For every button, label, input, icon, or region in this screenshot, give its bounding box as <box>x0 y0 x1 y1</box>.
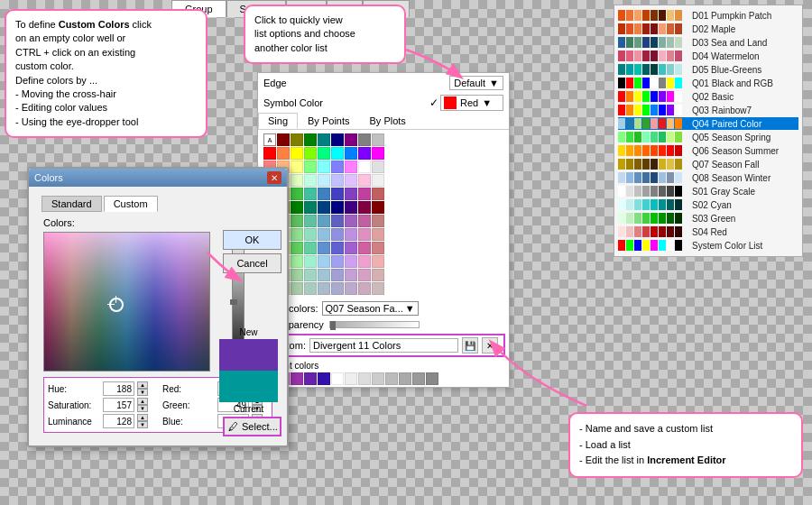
select-button[interactable]: 🖊 Select... <box>223 417 281 436</box>
swatch-cell[interactable] <box>318 255 330 268</box>
swatch-cell[interactable] <box>291 269 303 281</box>
color-list-item[interactable]: Q03 Rainbow7 <box>618 104 798 116</box>
swatch-cell[interactable] <box>318 269 330 281</box>
swatch-cell[interactable] <box>345 269 357 281</box>
swatch-cell[interactable] <box>345 188 357 200</box>
color-list-item[interactable]: D05 Blue-Greens <box>618 63 798 76</box>
custom-input[interactable] <box>309 338 458 353</box>
recent-swatch[interactable] <box>426 372 438 385</box>
swatch-cell[interactable] <box>291 215 303 227</box>
more-colors-dropdown[interactable]: Q07 Season Fa... ▼ <box>322 301 419 316</box>
lum-up[interactable]: ▲ <box>137 414 148 421</box>
swatch-cell[interactable] <box>318 174 330 187</box>
swatch-cell[interactable] <box>345 174 357 187</box>
swatch-cell[interactable] <box>318 282 330 295</box>
swatch-cell[interactable] <box>304 228 317 241</box>
swatch-cell[interactable] <box>358 255 371 268</box>
recent-swatch[interactable] <box>385 372 398 385</box>
swatch-cell[interactable] <box>318 242 330 254</box>
swatch-cell[interactable] <box>372 242 384 254</box>
swatch-cell[interactable] <box>331 147 344 160</box>
swatch-cell[interactable] <box>358 201 371 214</box>
swatch-cell[interactable] <box>291 188 303 200</box>
swatch-cell[interactable] <box>304 188 317 200</box>
ok-button[interactable]: OK <box>223 230 281 250</box>
luminance-spin[interactable]: ▲ ▼ <box>137 414 148 428</box>
recent-swatch[interactable] <box>372 372 384 385</box>
swatch-cell[interactable] <box>372 147 384 160</box>
cancel-button[interactable]: Cancel <box>223 253 281 273</box>
swatch-cell[interactable] <box>358 269 371 281</box>
swatch-cell[interactable] <box>304 269 317 281</box>
swatch-cell[interactable] <box>291 174 303 187</box>
swatch-cell[interactable] <box>277 147 290 160</box>
symbol-color-dropdown[interactable]: Red ▼ <box>440 95 503 111</box>
lum-down[interactable]: ▼ <box>137 421 148 428</box>
swatch-cell[interactable] <box>304 161 317 173</box>
color-list-item[interactable]: Q07 Season Fall <box>618 158 798 170</box>
luminance-input[interactable] <box>103 414 134 428</box>
color-list-item[interactable]: Q04 Paired Color <box>618 117 798 130</box>
popup-tab-sing[interactable]: Sing <box>258 113 298 129</box>
swatch-cell[interactable] <box>345 201 357 214</box>
swatch-cell[interactable] <box>345 282 357 295</box>
saturation-spin[interactable]: ▲ ▼ <box>137 398 148 412</box>
color-list-item[interactable]: S02 Cyan <box>618 198 798 211</box>
swatch-cell[interactable] <box>331 282 344 295</box>
color-list-item[interactable]: Q08 Season Winter <box>618 171 798 184</box>
swatch-cell[interactable] <box>372 282 384 295</box>
swatch-cell[interactable] <box>291 161 303 173</box>
swatch-cell[interactable] <box>358 242 371 254</box>
swatch-cell[interactable] <box>358 147 371 160</box>
hue-spin[interactable]: ▲ ▼ <box>137 381 148 396</box>
swatch-cell[interactable] <box>358 215 371 227</box>
swatch-cell[interactable] <box>304 282 317 295</box>
swatch-cell[interactable] <box>358 228 371 241</box>
swatch-cell[interactable] <box>318 161 330 173</box>
recent-swatch[interactable] <box>291 372 303 385</box>
swatch-cell[interactable] <box>291 147 303 160</box>
color-list-item[interactable]: System Color List <box>618 239 798 252</box>
recent-swatch[interactable] <box>412 372 425 385</box>
swatch-cell[interactable] <box>291 201 303 214</box>
swatch-cell[interactable] <box>304 242 317 254</box>
color-list-item[interactable]: S01 Gray Scale <box>618 185 798 197</box>
swatch-cell[interactable] <box>372 269 384 281</box>
swatch-cell[interactable] <box>304 174 317 187</box>
swatch-cell[interactable] <box>345 147 357 160</box>
color-picker-area[interactable] <box>43 232 210 372</box>
swatch-cell[interactable] <box>372 228 384 241</box>
swatch-cell[interactable] <box>291 282 303 295</box>
swatch-cell[interactable] <box>304 201 317 214</box>
swatch-cell[interactable] <box>345 215 357 227</box>
swatch-cell[interactable] <box>358 133 371 146</box>
swatch-cell[interactable] <box>331 228 344 241</box>
swatch-cell[interactable] <box>331 188 344 200</box>
recent-swatch[interactable] <box>345 372 357 385</box>
dialog-tab-custom[interactable]: Custom <box>104 196 158 212</box>
swatch-cell[interactable] <box>291 133 303 146</box>
swatch-cell[interactable] <box>331 242 344 254</box>
swatch-cell[interactable] <box>331 269 344 281</box>
color-list-item[interactable]: Q05 Season Spring <box>618 131 798 143</box>
color-list-item[interactable]: D01 Pumpkin Patch <box>618 9 798 22</box>
saturation-input[interactable] <box>103 398 134 412</box>
color-list-item[interactable]: S04 Red <box>618 225 798 238</box>
swatch-cell[interactable] <box>263 147 276 160</box>
swatch-cell[interactable] <box>345 133 357 146</box>
recent-swatch[interactable] <box>399 372 411 385</box>
swatch-cell[interactable] <box>331 161 344 173</box>
swatch-cell[interactable] <box>318 215 330 227</box>
recent-swatch[interactable] <box>358 372 371 385</box>
swatch-cell[interactable] <box>358 161 371 173</box>
swatch-cell[interactable] <box>277 133 290 146</box>
swatch-cell[interactable]: A <box>263 133 276 146</box>
popup-tab-bypoints[interactable]: By Points <box>298 113 359 129</box>
swatch-cell[interactable] <box>345 242 357 254</box>
swatch-cell[interactable] <box>318 201 330 214</box>
swatch-cell[interactable] <box>331 255 344 268</box>
default-dropdown[interactable]: Default ▼ <box>449 76 503 90</box>
swatch-cell[interactable] <box>318 188 330 200</box>
color-list-item[interactable]: Q02 Basic <box>618 90 798 103</box>
swatch-cell[interactable] <box>291 242 303 254</box>
